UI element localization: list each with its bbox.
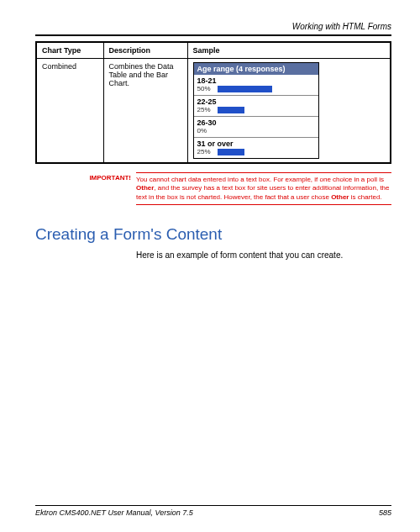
section-heading: Creating a Form's Content bbox=[35, 225, 391, 244]
footer-manual-name: Ektron CMS400.NET User Manual, Version 7… bbox=[35, 508, 193, 517]
cell-sample: Age range (4 responses) 18-2150%22-2525%… bbox=[187, 59, 391, 164]
table-header-row: Chart Type Description Sample bbox=[36, 42, 391, 59]
chart-range-row: 26-300% bbox=[194, 117, 318, 138]
section-intro: Here is an example of form content that … bbox=[136, 250, 391, 260]
chart-range-label: 31 or over bbox=[197, 140, 315, 148]
chart-pct-text: 25% bbox=[197, 106, 216, 113]
footer-page-number: 585 bbox=[379, 508, 391, 517]
col-header-sample: Sample bbox=[187, 42, 391, 59]
chart-range-label: 26-30 bbox=[197, 119, 315, 127]
chart-range-row: 18-2150% bbox=[194, 75, 318, 96]
chart-pct-line: 25% bbox=[197, 148, 315, 155]
chart-pct-text: 50% bbox=[197, 85, 216, 92]
chart-pct-line: 25% bbox=[197, 106, 315, 113]
chart-pct-line: 50% bbox=[197, 85, 315, 92]
footer-rule bbox=[35, 505, 391, 506]
header-rule bbox=[35, 34, 391, 36]
running-header: Working with HTML Forms bbox=[35, 22, 391, 31]
sample-chart-title: Age range (4 responses) bbox=[194, 63, 318, 75]
chart-range-row: 31 or over25% bbox=[194, 138, 318, 158]
chart-range-row: 22-2525% bbox=[194, 96, 318, 117]
chart-bar bbox=[218, 149, 245, 155]
table-row: Combined Combines the Data Table and the… bbox=[36, 59, 391, 164]
important-text-a: You cannot chart data entered into a tex… bbox=[136, 176, 384, 183]
col-header-description: Description bbox=[103, 42, 187, 59]
important-label: IMPORTANT! bbox=[87, 172, 136, 205]
important-text-c: is charted. bbox=[349, 193, 381, 201]
important-callout: IMPORTANT! You cannot chart data entered… bbox=[87, 172, 391, 205]
sample-chart-widget: Age range (4 responses) 18-2150%22-2525%… bbox=[193, 62, 319, 159]
page-footer: Ektron CMS400.NET User Manual, Version 7… bbox=[35, 505, 391, 517]
chart-type-table: Chart Type Description Sample Combined C… bbox=[35, 41, 391, 164]
chart-bar bbox=[218, 107, 245, 113]
chart-range-label: 18-21 bbox=[197, 76, 315, 85]
chart-pct-text: 25% bbox=[197, 148, 216, 155]
col-header-chart-type: Chart Type bbox=[36, 42, 103, 59]
cell-description: Combines the Data Table and the Bar Char… bbox=[103, 59, 187, 164]
important-bold-1: Other bbox=[136, 184, 154, 192]
chart-bar bbox=[218, 86, 272, 92]
important-bold-2: Other bbox=[331, 193, 349, 201]
important-text: You cannot chart data entered into a tex… bbox=[136, 172, 391, 205]
chart-range-label: 22-25 bbox=[197, 97, 315, 106]
cell-chart-type: Combined bbox=[36, 59, 103, 164]
chart-pct-text: 0% bbox=[197, 127, 216, 134]
chart-pct-line: 0% bbox=[197, 127, 315, 134]
